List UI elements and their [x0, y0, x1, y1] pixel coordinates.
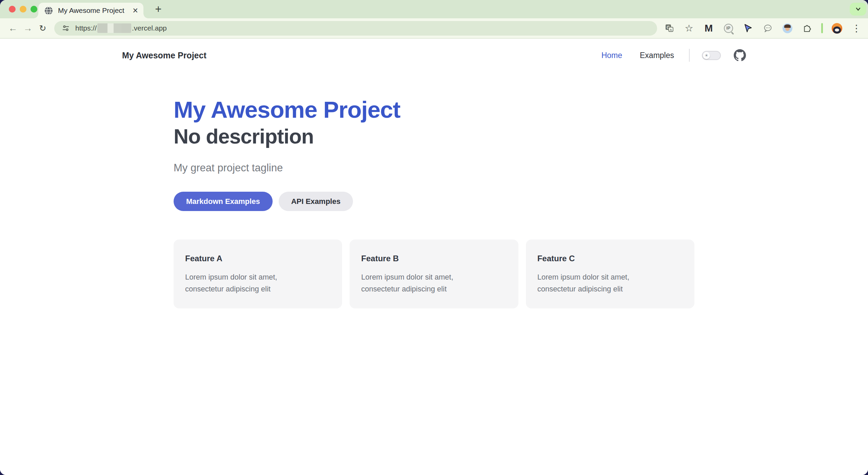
globe-favicon-icon [44, 6, 53, 15]
toolbar-separator [821, 23, 823, 33]
bookmark-star-icon[interactable]: ☆ [684, 23, 694, 34]
profile-avatar[interactable] [832, 23, 842, 34]
card-body: Lorem ipsum dolor sit amet, consectetur … [361, 271, 493, 294]
feature-card-c: Feature C Lorem ipsum dolor sit amet, co… [526, 240, 694, 308]
hero-section: My Awesome Project No description My gre… [174, 96, 694, 308]
card-body: Lorem ipsum dolor sit amet, consectetur … [537, 271, 670, 294]
browser-window: My Awesome Project × + ← → ↻ https:// [0, 0, 868, 475]
tab-close-icon[interactable]: × [132, 6, 139, 15]
forward-button[interactable]: → [20, 24, 35, 33]
extensions-puzzle-icon[interactable] [802, 23, 812, 34]
new-tab-button[interactable]: + [152, 3, 164, 15]
toolbar-icon-cluster: G A ☆ M IP [664, 23, 862, 34]
nav-link-home[interactable]: Home [601, 51, 622, 60]
hero-subtitle: No description [174, 125, 694, 148]
card-title: Feature B [361, 254, 507, 263]
site-header: My Awesome Project Home Examples ☀ [122, 39, 746, 62]
card-body: Lorem ipsum dolor sit amet, consectetur … [185, 271, 317, 294]
extension-avatar-icon[interactable] [782, 23, 793, 34]
browser-toolbar: ← → ↻ https:// .vercel.app G [0, 18, 868, 39]
hero-title: My Awesome Project [174, 96, 694, 123]
address-bar[interactable]: https:// .vercel.app [54, 21, 657, 36]
card-title: Feature A [185, 254, 331, 263]
github-icon [734, 49, 746, 61]
api-examples-button[interactable]: API Examples [279, 192, 353, 211]
site-settings-icon[interactable] [62, 24, 70, 32]
back-button[interactable]: ← [5, 24, 20, 33]
sun-icon: ☀ [703, 52, 710, 59]
window-close-button[interactable] [9, 6, 16, 13]
reload-button[interactable]: ↻ [35, 24, 50, 33]
github-link[interactable] [734, 49, 746, 61]
nav-link-examples[interactable]: Examples [640, 51, 674, 60]
site-brand: My Awesome Project [122, 51, 206, 60]
window-controls [9, 6, 37, 13]
page-content: My Awesome Project Home Examples ☀ My Aw… [0, 39, 868, 475]
extension-chat-icon[interactable] [762, 23, 773, 34]
card-title: Feature C [537, 254, 683, 263]
window-maximize-button[interactable] [31, 6, 37, 13]
hero-tagline: My great project tagline [174, 162, 694, 174]
browser-tab[interactable]: My Awesome Project × [38, 3, 143, 18]
tab-search-button[interactable] [850, 3, 866, 16]
url-suffix: .vercel.app [132, 24, 167, 32]
menu-dots-icon[interactable]: ⋮ [851, 23, 862, 34]
url-redacted-segment [97, 23, 131, 33]
feature-card-a: Feature A Lorem ipsum dolor sit amet, co… [174, 240, 342, 308]
extension-cursor-icon[interactable] [743, 23, 753, 34]
svg-text:A: A [670, 28, 672, 32]
tab-strip: My Awesome Project × + [0, 0, 868, 18]
feature-cards: Feature A Lorem ipsum dolor sit amet, co… [174, 240, 694, 308]
extension-m-icon[interactable]: M [703, 23, 714, 34]
chevron-down-icon [855, 6, 862, 13]
theme-toggle[interactable]: ☀ [702, 51, 721, 60]
extension-ip-icon[interactable]: IP [723, 23, 734, 34]
markdown-examples-button[interactable]: Markdown Examples [174, 192, 273, 211]
site-nav: Home Examples ☀ [584, 49, 746, 62]
translate-icon[interactable]: G A [664, 23, 675, 34]
window-minimize-button[interactable] [20, 6, 26, 13]
hero-actions: Markdown Examples API Examples [174, 192, 694, 211]
feature-card-b: Feature B Lorem ipsum dolor sit amet, co… [350, 240, 518, 308]
header-divider [689, 49, 690, 62]
url-scheme: https:// [75, 24, 97, 32]
tab-title: My Awesome Project [58, 6, 132, 15]
